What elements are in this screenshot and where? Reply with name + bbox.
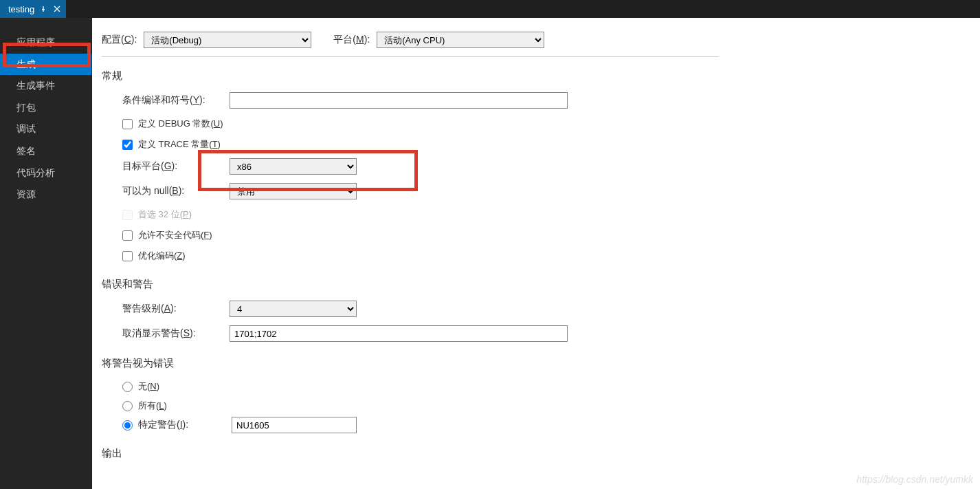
close-icon[interactable] <box>52 4 62 14</box>
content: 应用程序 生成 生成事件 打包 调试 签名 代码分析 资源 配置(C): 活动(… <box>0 18 980 489</box>
pin-icon[interactable] <box>38 4 48 14</box>
nullable-label: 可以为 null(B): <box>122 185 230 197</box>
section-output: 输出 <box>102 447 980 460</box>
section-errors: 错误和警告 <box>102 278 980 291</box>
sidebar-item-build-events[interactable]: 生成事件 <box>0 75 91 97</box>
debug-const-checkbox[interactable] <box>122 119 133 129</box>
cond-symbols-input[interactable] <box>230 92 568 109</box>
unsafe-label: 允许不安全代码(F) <box>138 229 212 241</box>
sidebar-item-sign[interactable]: 签名 <box>0 140 91 162</box>
treat-none-label: 无(N) <box>138 380 159 393</box>
optimize-checkbox[interactable] <box>122 251 133 261</box>
platform-select[interactable]: 活动(Any CPU) <box>377 32 544 48</box>
warning-level-label: 警告级别(A): <box>122 303 230 315</box>
warning-level-select[interactable]: 4 <box>230 301 357 317</box>
prefer32-checkbox <box>122 210 133 220</box>
treat-all-radio[interactable] <box>122 401 133 411</box>
config-row: 配置(C): 活动(Debug) 平台(M): 活动(Any CPU) <box>102 32 719 57</box>
prefer32-label: 首选 32 位(P) <box>138 208 192 221</box>
tab-bar: testing <box>0 0 980 18</box>
section-treat: 将警告视为错误 <box>102 357 980 370</box>
sidebar: 应用程序 生成 生成事件 打包 调试 签名 代码分析 资源 <box>0 18 92 489</box>
sidebar-item-resources[interactable]: 资源 <box>0 184 91 206</box>
config-select[interactable]: 活动(Debug) <box>144 32 311 48</box>
section-general: 常规 <box>102 69 980 83</box>
target-platform-label: 目标平台(G): <box>122 160 230 173</box>
treat-specific-input[interactable] <box>232 417 357 433</box>
sidebar-item-build[interactable]: 生成 <box>0 54 91 76</box>
sidebar-item-analysis[interactable]: 代码分析 <box>0 162 91 184</box>
config-label: 配置(C): <box>102 34 137 46</box>
suppress-input[interactable] <box>230 325 568 342</box>
sidebar-item-debug[interactable]: 调试 <box>0 118 91 140</box>
treat-specific-radio[interactable] <box>122 420 133 431</box>
trace-const-label: 定义 TRACE 常量(T) <box>138 138 221 151</box>
trace-const-checkbox[interactable] <box>122 140 133 150</box>
target-platform-select[interactable]: x86 <box>230 158 357 175</box>
optimize-label: 优化编码(Z) <box>138 250 186 262</box>
platform-label: 平台(M): <box>333 34 370 46</box>
cond-symbols-label: 条件编译和符号(Y): <box>122 94 230 107</box>
suppress-label: 取消显示警告(S): <box>122 327 230 340</box>
treat-none-radio[interactable] <box>122 382 133 392</box>
unsafe-checkbox[interactable] <box>122 230 133 241</box>
sidebar-item-package[interactable]: 打包 <box>0 97 91 119</box>
sidebar-item-app[interactable]: 应用程序 <box>0 32 91 54</box>
treat-specific-label: 特定警告(I): <box>138 419 226 431</box>
nullable-select[interactable]: 禁用 <box>230 183 357 199</box>
tab-title: testing <box>8 4 34 14</box>
debug-const-label: 定义 DEBUG 常数(U) <box>138 118 223 130</box>
watermark: https://blog.csdn.net/yumkk <box>856 474 973 485</box>
main-panel: 配置(C): 活动(Debug) 平台(M): 活动(Any CPU) 常规 条… <box>92 18 980 489</box>
treat-all-label: 所有(L) <box>138 400 167 412</box>
tab-testing[interactable]: testing <box>0 0 66 18</box>
